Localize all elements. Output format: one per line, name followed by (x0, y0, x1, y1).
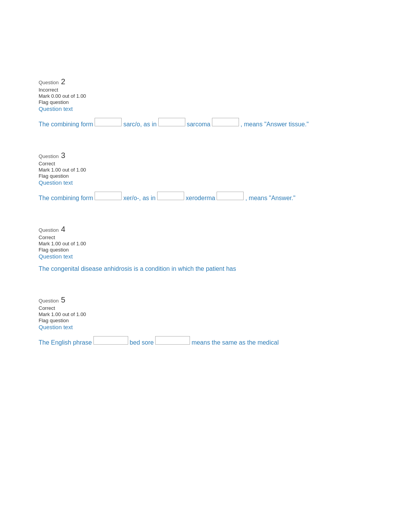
question-word-3: Question (39, 153, 59, 159)
question-text-link-4[interactable]: Question text (39, 253, 73, 260)
question-sentence-4: The congenital disease anhidrosis is a c… (39, 265, 236, 272)
question-block-5: Question 5 Correct Mark 1.00 out of 1.00… (39, 296, 371, 346)
question-status-3: Correct (39, 161, 371, 167)
question-word-5: Question (39, 298, 59, 304)
answer-box-3a[interactable] (95, 192, 122, 200)
sentence-example-3: xeroderma (186, 195, 215, 202)
question-status-2: Incorrect (39, 87, 371, 93)
question-block-4: Question 4 Correct Mark 1.00 out of 1.00… (39, 225, 371, 272)
question-word-4: Question (39, 227, 59, 233)
question-label-row-2: Question 2 (39, 77, 371, 86)
question-word-2: Question (39, 80, 59, 85)
flag-question-4[interactable]: Flag question (39, 247, 371, 253)
question-number-4: 4 (61, 225, 65, 234)
question-header-3: Question 3 Correct Mark 1.00 out of 1.00… (39, 151, 371, 186)
answer-box-3c[interactable] (217, 192, 244, 200)
question-header-2: Question 2 Incorrect Mark 0.00 out of 1.… (39, 77, 371, 112)
sentence-asin-3: , as in (139, 195, 156, 202)
sentence-start-3: The combining form (39, 195, 93, 202)
question-mark-2: Mark 0.00 out of 1.00 (39, 93, 371, 99)
question-body-2: The combining form sarc/o , as in sarcom… (39, 118, 371, 128)
question-body-3: The combining form xer/o- , as in xerode… (39, 192, 371, 202)
question-sentence-5: The English phrase bed sore means the sa… (39, 336, 371, 346)
sentence-end-3: , means "Answer." (245, 195, 295, 202)
sentence-end-5: means the same as the medical (191, 339, 279, 346)
question-label-row-4: Question 4 (39, 225, 371, 234)
sentence-start-2: The combining form (39, 121, 93, 128)
question-header-5: Question 5 Correct Mark 1.00 out of 1.00… (39, 296, 371, 331)
question-status-5: Correct (39, 305, 371, 311)
flag-question-5[interactable]: Flag question (39, 318, 371, 323)
question-text-link-3[interactable]: Question text (39, 179, 73, 186)
question-status-4: Correct (39, 235, 371, 240)
answer-box-2c[interactable] (212, 118, 239, 126)
question-body-4: The congenital disease anhidrosis is a c… (39, 265, 371, 272)
sentence-term-5: bed sore (130, 339, 154, 346)
question-body-5: The English phrase bed sore means the sa… (39, 336, 371, 346)
question-sentence-3: The combining form xer/o- , as in xerode… (39, 192, 371, 202)
sentence-asin-2: , as in (140, 121, 157, 128)
flag-question-3[interactable]: Flag question (39, 173, 371, 179)
question-text-link-2[interactable]: Question text (39, 105, 73, 112)
answer-box-5b[interactable] (155, 336, 190, 345)
sentence-term-2: sarc/o (123, 121, 140, 128)
question-number-2: 2 (61, 77, 65, 86)
sentence-start-5: The English phrase (39, 339, 92, 346)
flag-question-2[interactable]: Flag question (39, 99, 371, 105)
answer-box-2b[interactable] (158, 118, 185, 126)
question-mark-4: Mark 1.00 out of 1.00 (39, 241, 371, 246)
question-number-3: 3 (61, 151, 65, 160)
question-block-3: Question 3 Correct Mark 1.00 out of 1.00… (39, 151, 371, 202)
answer-box-3b[interactable] (157, 192, 184, 200)
answer-box-2a[interactable] (95, 118, 122, 126)
sentence-example-2: sarcoma (187, 121, 210, 128)
sentence-end-2: , means "Answer tissue." (241, 121, 309, 128)
question-block-2: Question 2 Incorrect Mark 0.00 out of 1.… (39, 77, 371, 128)
question-label-row-5: Question 5 (39, 296, 371, 304)
question-text-link-5[interactable]: Question text (39, 324, 73, 330)
question-sentence-2: The combining form sarc/o , as in sarcom… (39, 118, 371, 128)
question-mark-5: Mark 1.00 out of 1.00 (39, 311, 371, 317)
question-label-row-3: Question 3 (39, 151, 371, 160)
answer-box-5a[interactable] (93, 336, 128, 345)
sentence-term-3: xer/o- (123, 195, 139, 202)
question-number-5: 5 (61, 296, 65, 304)
page-container: Question 2 Incorrect Mark 0.00 out of 1.… (0, 0, 410, 385)
question-header-4: Question 4 Correct Mark 1.00 out of 1.00… (39, 225, 371, 260)
question-mark-3: Mark 1.00 out of 1.00 (39, 167, 371, 173)
